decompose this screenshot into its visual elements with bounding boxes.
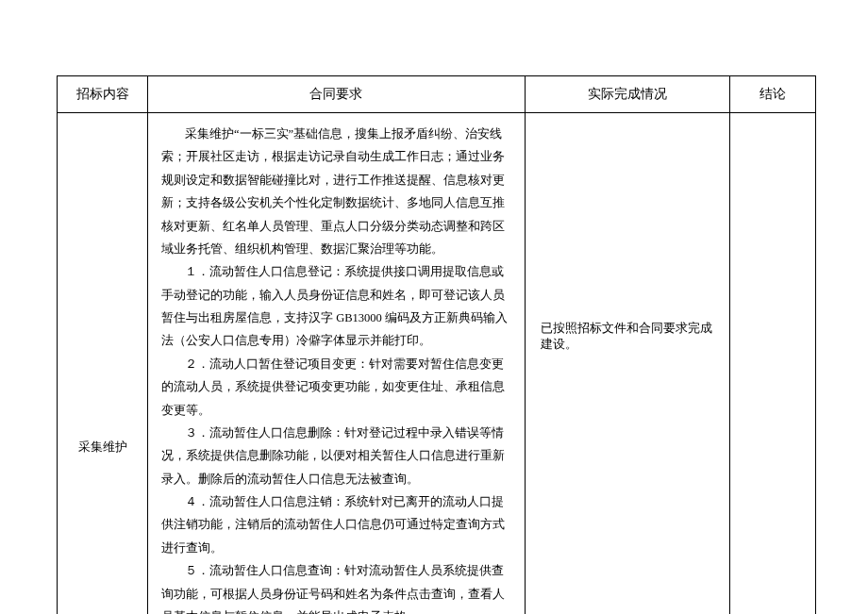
header-contract-req: 合同要求 xyxy=(148,76,525,113)
cell-actual-status: 已按照招标文件和合同要求完成建设。 xyxy=(525,113,729,615)
table-row: 采集维护 采集维护“一标三实”基础信息，搜集上报矛盾纠纷、治安线索；开展社区走访… xyxy=(58,113,816,615)
header-bid-content: 招标内容 xyxy=(58,76,148,113)
document-page: 招标内容 合同要求 实际完成情况 结论 采集维护 采集维护“一标三实”基础信息，… xyxy=(0,0,868,614)
requirement-para: １．流动暂住人口信息登记：系统提供接口调用提取信息或手动登记的功能，输入人员身份… xyxy=(161,260,510,353)
cell-bid-content: 采集维护 xyxy=(58,113,148,615)
cell-conclusion xyxy=(729,113,815,615)
requirement-para: ４．流动暂住人口信息注销：系统针对已离开的流动人口提供注销功能，注销后的流动暂住… xyxy=(161,490,510,559)
requirement-para: ３．流动暂住人口信息删除：针对登记过程中录入错误等情况，系统提供信息删除功能，以… xyxy=(161,422,510,490)
requirement-para: 采集维护“一标三实”基础信息，搜集上报矛盾纠纷、治安线索；开展社区走访，根据走访… xyxy=(161,123,510,260)
requirements-table: 招标内容 合同要求 实际完成情况 结论 采集维护 采集维护“一标三实”基础信息，… xyxy=(57,75,816,614)
cell-contract-req: 采集维护“一标三实”基础信息，搜集上报矛盾纠纷、治安线索；开展社区走访，根据走访… xyxy=(148,113,525,615)
table-header-row: 招标内容 合同要求 实际完成情况 结论 xyxy=(58,76,816,113)
requirement-para: ５．流动暂住人口信息查询：针对流动暂住人员系统提供查询功能，可根据人员身份证号码… xyxy=(161,559,510,614)
header-actual-status: 实际完成情况 xyxy=(525,76,729,113)
header-conclusion: 结论 xyxy=(729,76,815,113)
requirement-para: ２．流动人口暂住登记项目变更：针对需要对暂住信息变更的流动人员，系统提供登记项变… xyxy=(161,353,510,422)
